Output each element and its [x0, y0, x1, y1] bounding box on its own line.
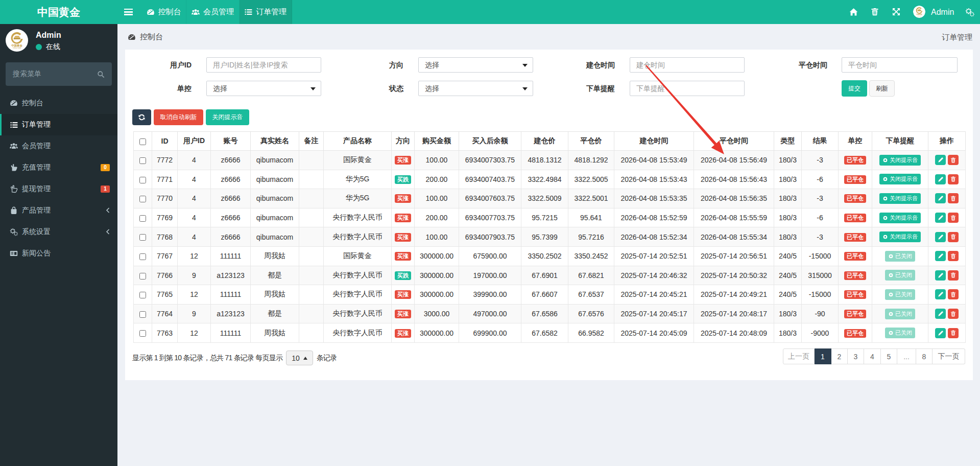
- svg-text:China Gold: China Gold: [917, 15, 922, 16]
- svg-text:China Gold: China Gold: [13, 47, 21, 49]
